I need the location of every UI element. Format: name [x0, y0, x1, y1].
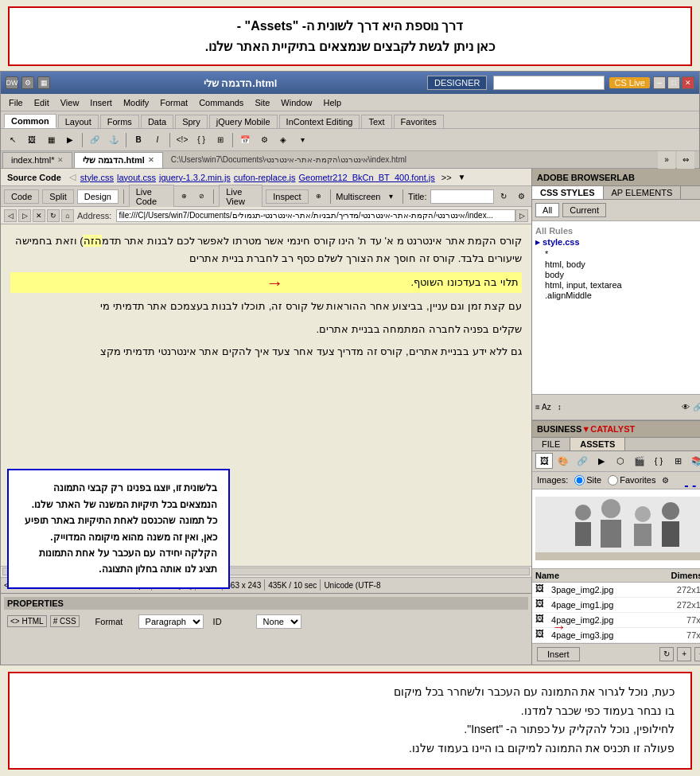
file-cufon[interactable]: cufon-replace.js	[234, 173, 296, 182]
id-select[interactable]: None	[256, 614, 301, 629]
file-row-2[interactable]: 🖼 4page_img1.jpg 272x102	[532, 598, 700, 613]
table-icon[interactable]: ▦	[42, 131, 60, 149]
templates-type-btn[interactable]: ⊞	[669, 453, 686, 469]
menu-format[interactable]: Format	[155, 96, 192, 109]
nav-forward[interactable]: ▷	[18, 209, 31, 222]
props-eye-icon[interactable]: 👁	[682, 403, 690, 411]
tab-spry[interactable]: Spry	[175, 115, 208, 128]
inspect-button[interactable]: Inspect	[266, 189, 308, 204]
props-link-icon[interactable]: 🔗	[693, 403, 700, 411]
rule-html-input[interactable]: html, input, textarea	[535, 280, 700, 290]
date-icon[interactable]: 📅	[236, 131, 254, 149]
image-icon[interactable]: 🖼	[23, 131, 41, 149]
menu-view[interactable]: View	[56, 96, 84, 109]
tab-data[interactable]: Data	[141, 115, 173, 128]
tab-text[interactable]: Text	[361, 115, 391, 128]
cslive-button[interactable]: CS Live	[609, 77, 650, 88]
file-layout-css[interactable]: layout.css	[117, 173, 156, 182]
close-index-icon[interactable]: ✕	[57, 156, 64, 164]
insert-refresh-icon[interactable]: ↻	[659, 647, 674, 661]
inspect-icon[interactable]: ⊕	[312, 188, 326, 205]
menu-edit[interactable]: Edit	[29, 96, 54, 109]
template-icon[interactable]: ⊞	[212, 131, 229, 149]
tab-css-styles[interactable]: CSS STYLES	[532, 186, 603, 199]
shockwave-type-btn[interactable]: ⬡	[612, 453, 629, 469]
insert-delete-icon[interactable]: −	[694, 647, 700, 661]
close-demo-icon[interactable]: ✕	[148, 156, 154, 164]
title-input[interactable]	[430, 189, 494, 204]
tab-assets[interactable]: ASSETS	[570, 438, 625, 450]
tab-jquery-mobile[interactable]: jQuery Mobile	[209, 115, 278, 128]
rule-body[interactable]: body	[535, 270, 700, 279]
cursor-icon[interactable]: ↖	[4, 131, 21, 149]
tab-incontext[interactable]: InContext Editing	[279, 115, 360, 128]
images-type-btn[interactable]: 🖼	[535, 453, 553, 469]
rule-star[interactable]: *	[535, 249, 700, 259]
link-icon[interactable]: 🔗	[86, 131, 103, 149]
nav-stop[interactable]: ✕	[33, 209, 45, 222]
design-button[interactable]: Design	[77, 189, 119, 204]
doc-overflow-icon[interactable]: »	[658, 151, 675, 169]
scripts-type-btn[interactable]: { }	[650, 453, 667, 469]
comment-icon[interactable]: <!>	[173, 131, 191, 149]
rule-html-body[interactable]: html, body	[535, 259, 700, 269]
tab-file[interactable]: FILE	[532, 438, 570, 450]
urls-type-btn[interactable]: 🔗	[574, 453, 591, 469]
insert-button[interactable]: Insert	[537, 647, 580, 661]
insert-add-icon[interactable]: +	[677, 647, 691, 661]
doc-tab-demo[interactable]: הדגמה שלי.html ✕	[74, 152, 162, 168]
movie-type-btn[interactable]: 🎬	[631, 453, 648, 469]
file-jquery[interactable]: jquery-1.3.2.min.js	[159, 173, 231, 182]
tab-common[interactable]: Common	[4, 114, 56, 128]
site-radio[interactable]	[574, 475, 585, 485]
tab-ap-elements[interactable]: AP ELEMENTS	[604, 186, 682, 199]
minimize-button[interactable]: ─	[653, 76, 666, 89]
site-radio-option[interactable]: Site	[574, 475, 601, 485]
menu-modify[interactable]: Modify	[119, 96, 154, 109]
menu-commands[interactable]: Commands	[194, 96, 248, 109]
filter-icon[interactable]: ▼	[458, 173, 466, 181]
file-font[interactable]: Geometr212_BkCn_BT_400.font.js	[299, 173, 435, 182]
media-icon[interactable]: ▶	[61, 131, 79, 149]
options-btn[interactable]: ⚙	[662, 476, 669, 485]
server-icon[interactable]: ⚙	[255, 131, 273, 149]
arrow-down-icon[interactable]: ▾	[294, 131, 311, 149]
refresh-icon[interactable]: ↻	[497, 188, 511, 205]
menu-insert[interactable]: Insert	[85, 96, 117, 109]
search-input[interactable]	[493, 76, 605, 90]
tab-favorites[interactable]: Favorites	[394, 115, 444, 128]
doc-tab-index[interactable]: index.html* ✕	[2, 152, 72, 168]
menu-window[interactable]: Window	[276, 96, 317, 109]
favorites-radio[interactable]	[608, 475, 618, 485]
doc-sync-icon[interactable]: ⇔	[677, 151, 694, 169]
address-input[interactable]	[116, 209, 515, 222]
colors-type-btn[interactable]: 🎨	[554, 453, 572, 469]
menu-help[interactable]: Help	[318, 96, 346, 109]
gear-icon[interactable]: ⚙	[21, 76, 34, 89]
tab-layout[interactable]: Layout	[58, 115, 99, 128]
close-button[interactable]: ✕	[682, 76, 694, 89]
tab-forms[interactable]: Forms	[100, 115, 139, 128]
snippet-icon[interactable]: { }	[192, 131, 210, 149]
split-button[interactable]: Split	[42, 189, 73, 204]
nav-refresh[interactable]: ↻	[47, 209, 60, 222]
html-tab[interactable]: <> HTML	[7, 615, 47, 627]
multiscreen-icon[interactable]: ▾	[384, 188, 399, 205]
menu-site[interactable]: Site	[250, 96, 274, 109]
rule-file-style[interactable]: ▸ style.css	[535, 237, 700, 248]
code-button[interactable]: Code	[4, 189, 39, 204]
address-go[interactable]: ▷	[515, 209, 528, 222]
file-style-css[interactable]: style.css	[80, 173, 114, 182]
live-code-icon2[interactable]: ⊘	[195, 188, 209, 205]
file-row-1[interactable]: 🖼 3page_img2.jpg 272x102	[532, 583, 700, 598]
live-view-button[interactable]: Live View	[219, 185, 262, 209]
layout-icon[interactable]: ▦	[37, 76, 50, 89]
live-code-icon[interactable]: ⊕	[177, 188, 192, 205]
css-tab[interactable]: # CSS	[50, 615, 80, 627]
maximize-button[interactable]: □	[667, 76, 680, 89]
anchor-icon[interactable]: ⚓	[105, 131, 122, 149]
all-button[interactable]: All	[535, 203, 559, 217]
widget-icon[interactable]: ◈	[274, 131, 292, 149]
settings-icon[interactable]: ⚙	[514, 188, 528, 205]
nav-back[interactable]: ◁	[4, 209, 17, 222]
